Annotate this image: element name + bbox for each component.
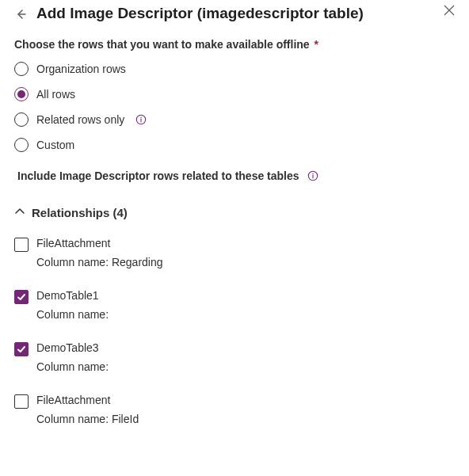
chevron-up-icon (14, 206, 25, 219)
close-icon[interactable] (444, 5, 455, 16)
panel-title: Add Image Descriptor (imagedescriptor ta… (36, 5, 364, 22)
radio-option-related[interactable]: Related rows only (14, 112, 455, 127)
required-asterisk: * (315, 38, 318, 51)
relationship-checkbox[interactable] (14, 394, 29, 409)
svg-point-5 (141, 117, 142, 118)
related-tables-label-text: Include Image Descriptor rows related to… (17, 169, 299, 182)
related-tables-label: Include Image Descriptor rows related to… (17, 169, 455, 182)
relationship-checkbox[interactable] (14, 238, 29, 252)
row-choice-radio-group: Organization rowsAll rowsRelated rows on… (14, 62, 455, 152)
relationship-text: DemoTable3Column name: (36, 341, 109, 373)
svg-point-8 (312, 173, 313, 174)
radio-button[interactable] (14, 87, 29, 101)
relationship-column: Column name: FileId (36, 413, 139, 425)
relationship-item: DemoTable1Column name: (14, 289, 455, 321)
radio-label: Organization rows (36, 63, 126, 75)
radio-option-all[interactable]: All rows (14, 87, 455, 101)
radio-label: Related rows only (36, 113, 124, 126)
info-icon[interactable] (135, 114, 147, 125)
row-choice-label: Choose the rows that you want to make av… (14, 38, 455, 51)
relationships-toggle[interactable]: Relationships (4) (14, 206, 455, 219)
relationship-name: DemoTable1 (36, 289, 109, 302)
radio-option-org[interactable]: Organization rows (14, 62, 455, 76)
radio-button[interactable] (14, 62, 29, 76)
relationship-column: Column name: (36, 360, 109, 373)
relationship-text: FileAttachmentColumn name: Regarding (36, 237, 163, 268)
relationship-text: FileAttachmentColumn name: FileId (36, 394, 139, 425)
radio-option-custom[interactable]: Custom (14, 138, 455, 152)
relationship-name: FileAttachment (36, 237, 163, 249)
relationship-item: FileAttachmentColumn name: Regarding (14, 237, 455, 268)
relationship-column: Column name: Regarding (36, 256, 163, 268)
row-choice-label-text: Choose the rows that you want to make av… (14, 38, 310, 51)
radio-button[interactable] (14, 112, 29, 127)
radio-label: All rows (36, 88, 75, 101)
relationship-text: DemoTable1Column name: (36, 289, 109, 321)
relationship-checkbox[interactable] (14, 290, 29, 304)
relationship-column: Column name: (36, 308, 109, 321)
relationships-title: Relationships (4) (32, 206, 128, 219)
back-arrow-icon[interactable] (14, 8, 27, 21)
relationship-item: FileAttachmentColumn name: FileId (14, 394, 455, 425)
panel-header: Add Image Descriptor (imagedescriptor ta… (14, 5, 455, 22)
info-icon[interactable] (307, 170, 318, 181)
relationships-list: FileAttachmentColumn name: RegardingDemo… (14, 237, 455, 425)
relationship-name: FileAttachment (36, 394, 139, 406)
relationship-name: DemoTable3 (36, 341, 109, 354)
radio-label: Custom (36, 139, 74, 151)
radio-button[interactable] (14, 138, 29, 152)
relationship-item: DemoTable3Column name: (14, 341, 455, 373)
relationship-checkbox[interactable] (14, 342, 29, 356)
